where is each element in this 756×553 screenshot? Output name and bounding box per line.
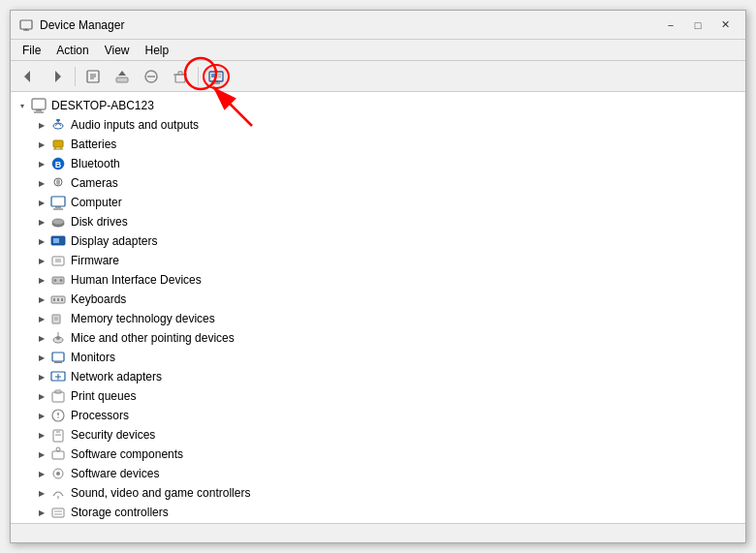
list-item[interactable]: ▶ Firmware [11, 251, 745, 270]
list-item[interactable]: ▶ Sound, video and game controllers [11, 483, 745, 503]
item-expand-10[interactable]: ▶ [34, 311, 49, 326]
item-icon-13 [49, 369, 67, 384]
back-button[interactable] [15, 64, 42, 89]
tree-root[interactable]: ▾ DESKTOP-ABC123 [11, 96, 745, 115]
item-expand-5[interactable]: ▶ [34, 214, 49, 230]
item-expand-13[interactable]: ▶ [34, 369, 49, 384]
item-expand-7[interactable]: ▶ [34, 253, 49, 268]
menu-action[interactable]: Action [48, 42, 96, 59]
svg-rect-55 [52, 315, 60, 323]
svg-rect-52 [53, 298, 55, 301]
svg-rect-53 [57, 298, 59, 301]
separator-1 [75, 67, 76, 86]
item-expand-3[interactable]: ▶ [34, 175, 49, 191]
list-item[interactable]: ▶ Security devices [11, 425, 745, 445]
item-expand-18[interactable]: ▶ [34, 466, 49, 481]
list-item[interactable]: ▶ Display adapters [11, 231, 745, 251]
root-label: DESKTOP-ABC123 [51, 99, 154, 112]
item-expand-4[interactable]: ▶ [34, 195, 49, 210]
maximize-button[interactable]: □ [685, 15, 710, 35]
item-icon-6 [49, 233, 67, 249]
device-tree[interactable]: ▾ DESKTOP-ABC123 ▶ [11, 92, 745, 523]
list-item[interactable]: ▶ Network adapters [11, 367, 745, 386]
item-icon-9 [49, 292, 67, 307]
window-title: Device Manager [40, 18, 658, 32]
forward-button[interactable] [44, 64, 71, 89]
svg-rect-20 [218, 74, 221, 76]
item-expand-14[interactable]: ▶ [34, 388, 49, 404]
svg-rect-37 [56, 179, 60, 185]
list-item[interactable]: ▶ Cameras [11, 173, 745, 193]
svg-rect-21 [218, 76, 221, 77]
list-item[interactable]: ▶ Audio inputs and outputs [11, 115, 745, 135]
item-expand-6[interactable]: ▶ [34, 233, 49, 249]
list-item[interactable]: ▶ Human Interface Devices [11, 270, 745, 290]
close-button[interactable]: ✕ [712, 15, 738, 35]
item-expand-11[interactable]: ▶ [34, 330, 49, 346]
item-label-0: Audio inputs and outputs [71, 118, 199, 132]
svg-point-70 [57, 416, 59, 418]
item-expand-20[interactable]: ▶ [34, 505, 49, 520]
list-item[interactable]: ▶ Processors [11, 406, 745, 425]
item-icon-16 [49, 427, 67, 443]
item-label-10: Memory technology devices [71, 312, 215, 325]
list-item[interactable]: ▶ Print queues [11, 386, 745, 406]
svg-rect-9 [116, 77, 128, 82]
item-expand-2[interactable]: ▶ [34, 156, 49, 171]
svg-rect-61 [52, 353, 64, 361]
item-label-2: Bluetooth [71, 157, 120, 170]
title-bar: Device Manager − □ ✕ [11, 11, 745, 40]
menu-file[interactable]: File [15, 42, 48, 59]
item-icon-5 [49, 214, 67, 230]
item-label-15: Processors [71, 409, 129, 422]
item-icon-17 [49, 446, 67, 462]
svg-rect-0 [20, 20, 32, 29]
item-label-12: Monitors [71, 351, 115, 364]
item-expand-9[interactable]: ▶ [34, 292, 49, 307]
list-item[interactable]: ▶ Disk drives [11, 212, 745, 231]
list-item[interactable]: ▶ B Bluetooth [11, 154, 745, 173]
list-item[interactable]: ▶ Storage controllers [11, 503, 745, 522]
item-icon-19 [49, 485, 67, 501]
root-icon [30, 98, 47, 113]
properties-button[interactable] [79, 64, 107, 89]
scan-hardware-button[interactable] [203, 64, 230, 89]
item-expand-17[interactable]: ▶ [34, 446, 49, 462]
disable-button[interactable] [138, 64, 165, 89]
minimize-button[interactable]: − [658, 15, 683, 35]
svg-marker-3 [24, 71, 30, 82]
item-label-5: Disk drives [71, 215, 128, 229]
svg-rect-19 [211, 74, 216, 77]
menu-help[interactable]: Help [138, 42, 177, 59]
list-item[interactable]: ▶ Software components [11, 445, 745, 464]
svg-rect-30 [53, 140, 63, 147]
list-item[interactable]: ▶ Mice and other pointing devices [11, 328, 745, 348]
item-icon-7 [49, 253, 67, 268]
item-expand-0[interactable]: ▶ [34, 117, 49, 133]
item-icon-2: B [49, 156, 67, 171]
list-item[interactable]: ▶ Keyboards [11, 290, 745, 309]
list-item[interactable]: ▶ Computer [11, 193, 745, 212]
item-expand-8[interactable]: ▶ [34, 272, 49, 288]
item-expand-16[interactable]: ▶ [34, 427, 49, 443]
item-label-8: Human Interface Devices [71, 273, 202, 287]
update-driver-button[interactable] [109, 64, 136, 89]
svg-rect-74 [52, 451, 64, 459]
item-expand-19[interactable]: ▶ [34, 485, 49, 501]
svg-rect-54 [61, 298, 63, 301]
root-expand[interactable]: ▾ [15, 98, 30, 113]
item-expand-15[interactable]: ▶ [34, 408, 49, 423]
item-label-18: Software devices [71, 467, 159, 480]
item-label-16: Security devices [71, 428, 155, 442]
item-expand-12[interactable]: ▶ [34, 350, 49, 365]
list-item[interactable]: ▶ Batteries [11, 135, 745, 154]
svg-rect-24 [32, 99, 46, 109]
svg-point-42 [52, 219, 64, 225]
item-expand-1[interactable]: ▶ [34, 137, 49, 152]
uninstall-button[interactable] [167, 64, 194, 89]
list-item[interactable]: ▶ Monitors [11, 348, 745, 367]
item-icon-20 [49, 505, 67, 520]
list-item[interactable]: ▶ Memory technology devices [11, 309, 745, 328]
list-item[interactable]: ▶ Software devices [11, 464, 745, 483]
menu-view[interactable]: View [97, 42, 138, 59]
